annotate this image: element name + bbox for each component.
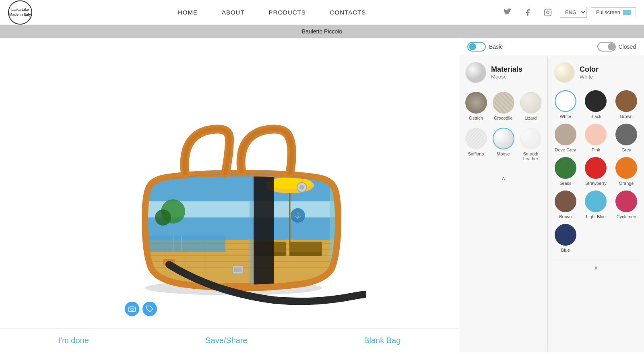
bottom-actions: I'm done Save/Share Blank Bag [0, 328, 459, 352]
orange-color-label: Orange [619, 181, 634, 186]
svg-rect-32 [250, 171, 253, 292]
instagram-icon[interactable] [540, 4, 556, 21]
camera-overlay-icon[interactable] [125, 302, 139, 316]
grey-color-swatch [615, 124, 637, 145]
twitter-icon[interactable] [500, 4, 516, 21]
color-text: Color White [580, 65, 599, 80]
language-select[interactable]: ENG ITA FRA [560, 7, 587, 18]
lizard-label: Lizard [525, 116, 537, 120]
lizard-swatch [520, 92, 542, 114]
header-right: ENG ITA FRA Fullscreen [500, 4, 636, 21]
color-item-cyclamen[interactable]: Cyclamen [613, 190, 640, 219]
smooth-label: Smooth Leather [520, 151, 542, 161]
nav-home[interactable]: HOME [178, 9, 198, 16]
color-item-grass[interactable]: Grass [552, 157, 579, 186]
svg-rect-27 [145, 236, 225, 252]
color-item-brown[interactable]: Brown [613, 90, 640, 119]
color-item-light-blue[interactable]: Light Blue [582, 190, 610, 219]
cyclamen-color-label: Cyclamen [617, 214, 636, 219]
blue-color-swatch [555, 224, 576, 246]
save-share-button[interactable]: Save/Share [205, 336, 248, 345]
blank-bag-button[interactable]: Blank Bag [364, 336, 400, 345]
color-collapse-arrow[interactable]: ∧ [552, 261, 640, 275]
svg-text:⚓: ⚓ [295, 212, 302, 219]
crocodile-swatch [493, 92, 514, 114]
material-item-ostrich[interactable]: Ostrich [463, 90, 489, 122]
svg-point-42 [466, 62, 486, 83]
svg-point-43 [554, 62, 574, 83]
color-item-pink[interactable]: Pink [582, 124, 610, 152]
facebook-icon[interactable] [520, 4, 536, 21]
fullscreen-icon [623, 10, 631, 15]
grass-color-swatch [555, 157, 576, 179]
bag-overlay-icons [125, 302, 157, 316]
moose-label: Moose [497, 151, 510, 156]
tag-overlay-icon[interactable] [142, 302, 157, 316]
main-nav: HOME ABOUT PRODUCTS CONTACTS [44, 9, 500, 16]
grass-color-label: Grass [559, 181, 571, 186]
nav-products[interactable]: PRODUCTS [269, 9, 306, 16]
brown-color-label: Brown [620, 114, 633, 119]
materials-thumb [465, 62, 486, 83]
color-title: Color [580, 65, 599, 74]
white-color-label: White [560, 114, 571, 119]
pink-color-label: Pink [592, 147, 600, 152]
done-button[interactable]: I'm done [58, 336, 89, 345]
color-item-black[interactable]: Black [582, 90, 610, 119]
materials-text: Materials Moose [491, 65, 522, 80]
closure-toggle[interactable]: Closed [597, 42, 636, 52]
product-title: Bauletto Piccolo [302, 28, 342, 35]
svg-rect-37 [234, 267, 242, 272]
saffiano-swatch [465, 128, 487, 149]
ostrich-label: Ostrich [469, 116, 483, 120]
brown-color-swatch [615, 90, 637, 112]
main-area: ⚓ I'm done Save/Share Blank Bag [0, 38, 644, 352]
color-item-grey[interactable]: Grey [613, 124, 640, 152]
logo[interactable]: Laika Like Made in Italy [8, 0, 32, 25]
brown2-color-label: Brown [559, 214, 572, 219]
materials-section-header: Materials Moose [463, 62, 543, 83]
crocodile-label: Crocodile [494, 116, 512, 120]
toggle-knob [469, 43, 476, 50]
color-section-header: Color White [552, 62, 640, 83]
toggle-track [467, 42, 486, 52]
color-item-dove-grey[interactable]: Dove Grey [552, 124, 579, 152]
nav-contacts[interactable]: CONTACTS [330, 9, 366, 16]
material-item-smooth[interactable]: Smooth Leather [518, 126, 543, 163]
saffiano-label: Saffiano [468, 151, 484, 156]
color-item-blue[interactable]: Blue [552, 224, 579, 253]
materials-subtitle: Moose [491, 74, 522, 80]
bag-display-area: ⚓ I'm done Save/Share Blank Bag [0, 38, 459, 352]
color-item-strawberry[interactable]: Strawberry [582, 157, 610, 186]
nav-about[interactable]: ABOUT [222, 9, 245, 16]
svg-rect-31 [254, 171, 274, 292]
svg-rect-24 [290, 252, 322, 256]
collapse-up-icon: ∧ [501, 174, 506, 182]
closure-knob [608, 43, 615, 50]
fullscreen-label: Fullscreen [596, 9, 620, 15]
material-item-lizard[interactable]: Lizard [518, 90, 543, 122]
color-item-orange[interactable]: Orange [613, 157, 640, 186]
orange-color-swatch [615, 157, 637, 179]
black-color-label: Black [590, 114, 601, 119]
header: Laika Like Made in Italy HOME ABOUT PROD… [0, 0, 644, 25]
svg-point-40 [131, 308, 133, 311]
brown2-color-swatch [555, 190, 576, 212]
cyclamen-color-swatch [615, 190, 637, 212]
color-column: Color White White Black [548, 56, 644, 352]
basic-toggle[interactable]: Basic [467, 42, 503, 52]
color-subtitle: White [580, 74, 599, 80]
materials-collapse-arrow[interactable]: ∧ [463, 171, 543, 185]
light-blue-swatch [585, 190, 607, 212]
color-item-white[interactable]: White [552, 90, 579, 119]
material-item-moose[interactable]: Moose [491, 126, 516, 163]
moose-swatch [493, 128, 514, 149]
grey-color-label: Grey [621, 147, 631, 152]
smooth-swatch [520, 128, 542, 149]
fullscreen-button[interactable]: Fullscreen [591, 7, 636, 17]
color-item-brown-2[interactable]: Brown [552, 190, 579, 219]
strawberry-color-label: Strawberry [585, 181, 607, 186]
material-item-crocodile[interactable]: Crocodile [491, 90, 516, 122]
closure-label: Closed [618, 43, 636, 50]
material-item-saffiano[interactable]: Saffiano [463, 126, 489, 163]
